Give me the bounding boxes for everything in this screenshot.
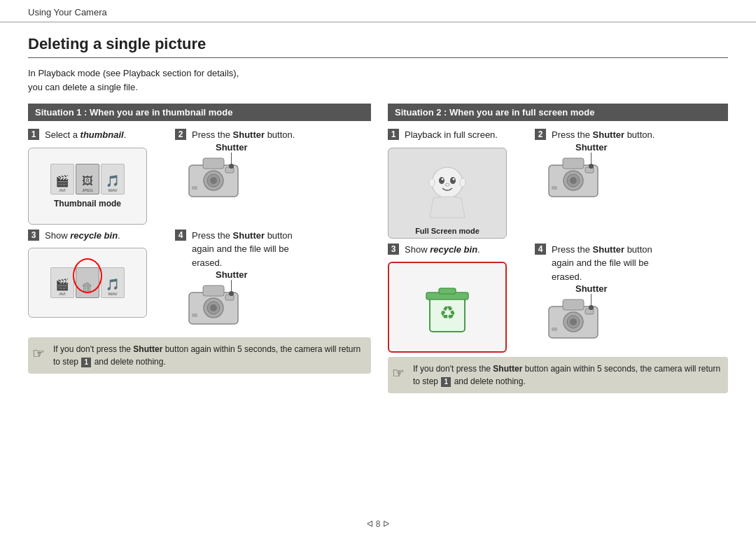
sit2-step2-block: 2 Press the Shutter button. Shutter xyxy=(535,128,661,206)
sit2-step1-row: 1 Playback in full screen. xyxy=(388,128,528,142)
footer-text: ᐊ 8 ᐅ xyxy=(367,519,388,529)
sit2-shutter-label1: Shutter xyxy=(575,142,608,153)
sit1-step3-row: 3 Show recycle bin. xyxy=(28,229,168,243)
svg-point-4 xyxy=(210,177,217,184)
page-title: Deleting a single picture xyxy=(28,35,728,58)
sit2-step4-row: 4 Press the Shutter button again and the… xyxy=(535,243,661,284)
shutter-dot2 xyxy=(229,291,234,296)
svg-rect-28 xyxy=(552,186,557,190)
sit2-colon: : When you are in full screen mode xyxy=(444,107,594,118)
sit2-step3-row: 3 Show recycle bin. xyxy=(388,243,528,257)
sit2-camera2-wrap: Shutter xyxy=(542,289,605,347)
shutter-dot1 xyxy=(229,164,234,169)
sit1-step3-text: Show recycle bin. xyxy=(45,229,120,243)
header-text: Using Your Camera xyxy=(28,7,107,17)
svg-point-11 xyxy=(210,304,217,311)
svg-point-16 xyxy=(450,177,456,184)
sit1-camera2-wrap: Shutter xyxy=(182,275,245,333)
sit2-step1-text: Playback in full screen. xyxy=(405,128,498,142)
svg-rect-13 xyxy=(192,313,197,317)
sit1-step4-block: 4 Press the Shutter button again and the… xyxy=(175,229,308,334)
svg-point-15 xyxy=(439,177,444,184)
sit2-fullscreen-box: Full Screen mode xyxy=(388,148,507,239)
svg-point-17 xyxy=(442,178,444,180)
sit1-badge2: 2 xyxy=(175,129,186,140)
sit1-number: 1 xyxy=(76,107,81,118)
sit2-recycle-box: ♻ xyxy=(388,262,507,353)
svg-point-18 xyxy=(453,178,455,180)
sit2-step3-text: Show recycle bin. xyxy=(405,243,480,257)
svg-point-21 xyxy=(460,178,465,187)
sit2-shutter-pointer2: Shutter xyxy=(554,283,608,310)
sit1-tip-text1: If you don't press the xyxy=(53,344,133,354)
sit1-thumb-label: Thumbnail mode xyxy=(54,199,121,209)
sit1-step1-row: 1 Select a thumbnail. xyxy=(28,128,168,142)
svg-point-14 xyxy=(432,167,463,198)
sit2-tip-badge: 1 xyxy=(441,377,451,387)
shutter-pointer1: Shutter xyxy=(195,142,248,169)
page: Using Your Camera Deleting a single pict… xyxy=(0,0,756,536)
sit2-tip-strong: Shutter xyxy=(493,364,522,374)
sit2-step4-block: 4 Press the Shutter button again and the… xyxy=(535,243,661,348)
shutter-line2 xyxy=(231,280,232,291)
sit1-thumb2: 🎬 AVI 🗑 🎵 WAV xyxy=(28,248,147,318)
situation2-col: Situation 2 : When you are in full scree… xyxy=(388,104,728,393)
sit1-step1-text: Select a thumbnail. xyxy=(45,128,126,142)
sit1-step4-row: 4 Press the Shutter button again and the… xyxy=(175,229,308,270)
tg-row2: 🎬 AVI 🗑 🎵 WAV xyxy=(50,267,125,298)
sit1-badge4: 4 xyxy=(175,230,186,241)
situation2-header: Situation 2 : When you are in full scree… xyxy=(388,104,728,121)
sit2-label: Situation xyxy=(395,107,434,118)
sit1-tip-text3: and delete nothing. xyxy=(92,357,165,367)
svg-point-37 xyxy=(570,318,577,325)
tg-cell-avi: 🎬 AVI xyxy=(50,164,74,195)
shutter-line1 xyxy=(231,153,232,164)
sit2-tip: ☞ If you don't press the Shutter button … xyxy=(388,357,728,393)
intro-line2: you can delete a single file. xyxy=(28,82,138,92)
sit2-badge4: 4 xyxy=(535,244,546,255)
sit2-step2-row: 2 Press the Shutter button. xyxy=(535,128,661,142)
sit2-tip-text1: If you don't press the xyxy=(413,364,493,374)
tg-row1: 🎬 AVI 🖼 JPEG 🎵 WAV xyxy=(50,164,125,195)
sit1-tip: ☞ If you don't press the Shutter button … xyxy=(28,337,371,374)
sit2-number: 2 xyxy=(436,107,441,118)
svg-point-20 xyxy=(429,178,435,187)
svg-point-26 xyxy=(570,177,577,184)
main-content: Deleting a single picture In Playback mo… xyxy=(0,22,756,400)
cam2-avi-icon: 🎬 xyxy=(55,278,69,291)
sit2-step4-text: Press the Shutter button again and the f… xyxy=(552,243,661,284)
shutter-label1: Shutter xyxy=(216,142,248,153)
sit1-step2-block: 2 Press the Shutter button. Shutter xyxy=(175,128,308,206)
sit1-step4-text: Press the Shutter button again and the f… xyxy=(192,229,308,270)
header-bar: Using Your Camera xyxy=(0,0,756,22)
wav-icon: 🎵 xyxy=(106,174,120,188)
sit2-step1-block: 1 Playback in full screen. xyxy=(388,128,528,239)
sit2-shutter-pointer1: Shutter xyxy=(554,142,608,169)
sit1-step2-text: Press the Shutter button. xyxy=(192,128,295,142)
tg-cell2-avi: 🎬 AVI xyxy=(50,267,74,298)
shutter-pointer2: Shutter xyxy=(195,269,248,296)
sit2-badge3: 3 xyxy=(388,244,399,255)
sit1-step1-block: 1 Select a thumbnail. 🎬 AVI xyxy=(28,128,168,225)
sit1-badge3: 3 xyxy=(28,230,39,241)
sit1-thumb1: 🎬 AVI 🖼 JPEG 🎵 WAV xyxy=(28,148,147,225)
svg-rect-39 xyxy=(552,327,557,331)
situation1-col: Situation 1 : When you are in thumbnail … xyxy=(28,104,371,393)
tg-cell2-wav: 🎵 WAV xyxy=(101,267,125,298)
jpeg-icon: 🖼 xyxy=(82,175,93,188)
baby-svg xyxy=(419,162,475,225)
finger-icon1: ☞ xyxy=(32,343,45,364)
sit1-badge1: 1 xyxy=(28,129,39,140)
situation1-header: Situation 1 : When you are in thumbnail … xyxy=(28,104,371,121)
sit2-step2-text: Press the Shutter button. xyxy=(552,128,654,142)
sit1-colon: : When you are in thumbnail mode xyxy=(84,107,232,118)
svg-rect-6 xyxy=(192,186,197,190)
sit1-tip-badge: 1 xyxy=(81,358,91,367)
intro-text: In Playback mode (see Playback section f… xyxy=(28,66,728,94)
sit2-shutter-label2: Shutter xyxy=(575,283,608,294)
tg-cell-jpeg: 🖼 JPEG xyxy=(76,164,99,195)
sit2-badge2: 2 xyxy=(535,129,546,140)
sit1-label: Situation xyxy=(35,107,74,118)
fullscreen-label: Full Screen mode xyxy=(388,227,506,235)
sit2-camera1-wrap: Shutter xyxy=(542,148,605,206)
